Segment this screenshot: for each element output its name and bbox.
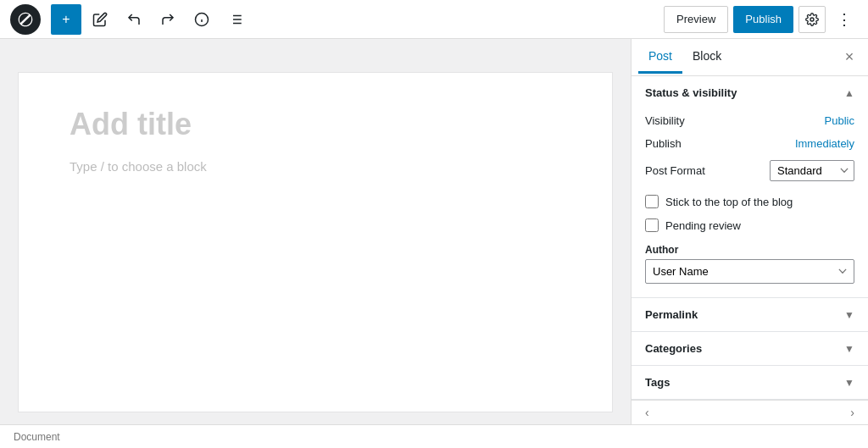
- edit-button[interactable]: [85, 4, 115, 35]
- post-title-input[interactable]: Add title: [70, 107, 561, 142]
- chevron-up-icon: ▲: [844, 87, 854, 99]
- scroll-arrows: ‹ ›: [632, 400, 868, 424]
- post-format-row: Post Format Standard Aside Image Video Q…: [645, 155, 854, 190]
- more-options-button[interactable]: ⋮: [831, 6, 858, 33]
- author-section: Author User Name: [645, 244, 854, 284]
- section-permalink-header[interactable]: Permalink ▼: [632, 298, 868, 331]
- editor-content: Add title Type / to choose a block: [19, 73, 612, 412]
- toolbar-left: +: [10, 4, 664, 35]
- visibility-label: Visibility: [645, 114, 685, 127]
- scroll-left-button[interactable]: ‹: [638, 402, 656, 423]
- sidebar-body: Status & visibility ▲ Visibility Public …: [632, 76, 868, 400]
- preview-button[interactable]: Preview: [664, 6, 728, 33]
- section-status-visibility-body: Visibility Public Publish Immediately Po…: [632, 109, 868, 297]
- settings-button[interactable]: [798, 6, 826, 33]
- stick-to-top-row: Stick to the top of the blog: [645, 190, 854, 213]
- add-block-button[interactable]: +: [51, 4, 81, 35]
- author-select[interactable]: User Name: [645, 259, 854, 284]
- publish-label: Publish: [645, 137, 682, 150]
- tab-post[interactable]: Post: [638, 41, 682, 74]
- publish-row: Publish Immediately: [645, 132, 854, 155]
- pending-review-checkbox[interactable]: [645, 218, 659, 232]
- section-status-visibility-label: Status & visibility: [645, 86, 737, 99]
- block-placeholder[interactable]: Type / to choose a block: [70, 159, 561, 174]
- post-format-label: Post Format: [645, 164, 705, 177]
- list-view-button[interactable]: [220, 4, 251, 35]
- sidebar-header: Post Block ×: [632, 39, 868, 76]
- tab-block[interactable]: Block: [682, 41, 732, 74]
- wp-logo-icon: [10, 4, 41, 35]
- section-permalink: Permalink ▼: [632, 298, 868, 332]
- visibility-value[interactable]: Public: [825, 114, 854, 127]
- chevron-down-icon-2: ▼: [844, 343, 854, 355]
- sidebar: Post Block × Status & visibility ▲ Visib…: [631, 39, 868, 424]
- section-categories-header[interactable]: Categories ▼: [632, 332, 868, 365]
- author-label: Author: [645, 244, 854, 256]
- pending-review-row: Pending review: [645, 213, 854, 237]
- redo-button[interactable]: [153, 4, 183, 35]
- visibility-row: Visibility Public: [645, 109, 854, 132]
- undo-button[interactable]: [119, 4, 149, 35]
- section-tags-header[interactable]: Tags ▼: [632, 366, 868, 399]
- toolbar: +: [0, 0, 868, 39]
- toolbar-right: Preview Publish ⋮: [664, 6, 858, 33]
- section-categories: Categories ▼: [632, 332, 868, 366]
- info-button[interactable]: [186, 4, 217, 35]
- document-label: Document: [14, 431, 60, 443]
- section-tags: Tags ▼: [632, 366, 868, 400]
- stick-to-top-label: Stick to the top of the blog: [665, 196, 793, 208]
- sidebar-close-button[interactable]: ×: [837, 46, 861, 69]
- editor-area: Add title Type / to choose a block: [0, 39, 631, 424]
- publish-value[interactable]: Immediately: [795, 137, 854, 150]
- bottom-bar: Document: [0, 424, 868, 448]
- section-permalink-label: Permalink: [645, 308, 698, 321]
- scroll-right-button[interactable]: ›: [843, 402, 861, 423]
- post-format-select[interactable]: Standard Aside Image Video Quote: [770, 160, 854, 181]
- section-categories-label: Categories: [645, 342, 702, 355]
- publish-button[interactable]: Publish: [733, 6, 793, 33]
- section-tags-label: Tags: [645, 376, 670, 389]
- section-status-visibility: Status & visibility ▲ Visibility Public …: [632, 76, 868, 298]
- section-status-visibility-header[interactable]: Status & visibility ▲: [632, 76, 868, 109]
- chevron-down-icon: ▼: [844, 309, 854, 321]
- stick-to-top-checkbox[interactable]: [645, 195, 659, 208]
- svg-point-9: [810, 18, 814, 21]
- main-area: Add title Type / to choose a block Post …: [0, 39, 868, 424]
- pending-review-label: Pending review: [665, 219, 741, 232]
- chevron-down-icon-3: ▼: [844, 377, 854, 389]
